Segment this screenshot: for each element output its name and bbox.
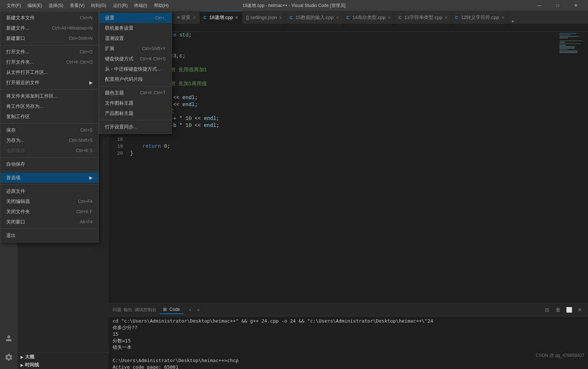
menu-new-window[interactable]: 新建窗口 Ctrl+Shift+N xyxy=(0,33,98,44)
code-line-3: using namespace std; xyxy=(130,32,559,39)
terminal-debug-label[interactable]: 调试控制台 xyxy=(135,307,157,313)
menu-autosave[interactable]: 自动保存 xyxy=(0,159,98,169)
menu-duplicate-workspace[interactable]: 复制工作区 xyxy=(0,112,98,122)
pref-file-icon[interactable]: 文件图标主题 xyxy=(99,98,172,108)
pref-online-services[interactable]: 联机服务设置 xyxy=(99,23,172,33)
tab-14[interactable]: C 14布尔类型.cpp × xyxy=(343,11,395,24)
terminal-code-tab[interactable]: ⊞ Code xyxy=(159,305,184,314)
titlebar: 文件(F) 编辑(E) 选择(S) 查看(V) 转到(G) 运行(R) 终端(I… xyxy=(0,0,588,11)
pref-migrate-keyboard[interactable]: 从 - 中迁移键盘快捷方式... xyxy=(99,64,172,74)
pref-color-theme[interactable]: 颜色主题 Ctrl+K Ctrl+T xyxy=(99,88,172,98)
tab-cpp-icon-15: C xyxy=(290,15,293,20)
activity-account-icon[interactable] xyxy=(0,330,18,347)
tab-close-icon-settings[interactable]: × xyxy=(193,15,196,20)
tab-15[interactable]: C 15数据的输入.cpp × xyxy=(286,11,343,24)
pref-product-icon[interactable]: 产品图标主题 xyxy=(99,108,172,118)
menu-close-folder[interactable]: 关闭文件夹 Ctrl+K F xyxy=(0,207,98,217)
code-line-19: return 0; xyxy=(130,143,559,150)
terminal-close-btn[interactable]: ✕ xyxy=(576,305,584,314)
code-line-8: //1.后置递增 先用值再加1 xyxy=(130,67,559,74)
tab-close-icon-13[interactable]: × xyxy=(445,15,448,20)
minimize-btn[interactable]: — xyxy=(531,0,548,11)
terminal-line-3: 15 xyxy=(113,331,584,338)
breadcrumb: C 18递增.cpp › ⊙ main() xyxy=(109,24,588,32)
menu-save[interactable]: 保存 Ctrl+S xyxy=(0,125,98,135)
tab-settings-json[interactable]: {} settings.json × xyxy=(242,11,286,24)
pref-telemetry[interactable]: 遥测设置 xyxy=(99,33,172,44)
terminal-tab-label: Code xyxy=(169,307,180,312)
close-btn[interactable]: ✕ xyxy=(568,0,584,11)
pref-keyboard[interactable]: 键盘快捷方式 Ctrl+K Ctrl+S xyxy=(99,54,172,64)
menu-add-folder[interactable]: 将文件夹添加到工作区... xyxy=(0,91,98,101)
menu-section-close: 还原文件 关闭编辑器 Ctrl+F4 关闭文件夹 Ctrl+K F 关闭窗口 A… xyxy=(0,185,98,229)
code-line-17 xyxy=(130,129,559,136)
code-line-4: int main() xyxy=(130,39,559,46)
timeline-arrow-icon: ▶ xyxy=(20,363,23,367)
menu-open-file[interactable]: 打开文件... Ctrl+O xyxy=(0,47,98,57)
terminal-split-btn[interactable]: ⊟ xyxy=(543,305,551,314)
tab-12[interactable]: C 12转义字符符.cpp × xyxy=(452,11,508,24)
pref-extensions[interactable]: 扩展 Ctrl+Shift+X xyxy=(99,44,172,54)
tab-close-icon-json[interactable]: × xyxy=(279,15,282,20)
folder-timeline[interactable]: ▶ 时间线 xyxy=(18,361,109,369)
code-line-5: { xyxy=(130,46,559,53)
tab-close-icon-18[interactable]: × xyxy=(235,15,238,20)
tab-label-15: 15数据的输入.cpp xyxy=(295,14,333,21)
terminal-add-btn[interactable]: ＋ xyxy=(188,307,192,313)
pref-snippets[interactable]: 配置用户代码片段 xyxy=(99,74,172,84)
menu-save-all: 全部保存 Ctrl+K S xyxy=(0,146,98,156)
menu-save-as[interactable]: 另存为... Ctrl+Shift+S xyxy=(0,135,98,146)
folder-dagai[interactable]: ▶ 大概 xyxy=(18,353,109,361)
activity-settings-icon[interactable] xyxy=(0,349,18,366)
menu-close-window[interactable]: 关闭窗口 Alt+F4 xyxy=(0,217,98,227)
terminal-maximize-btn[interactable]: ⬜ xyxy=(565,305,573,314)
tab-settings[interactable]: ≡ 设置 × xyxy=(173,11,200,24)
menu-open-recent[interactable]: 打开最近的文件 ▶ xyxy=(0,78,98,88)
terminal-chevron-btn[interactable]: ∨ xyxy=(197,307,200,312)
tab-13[interactable]: C 13字符串类型.cpp × xyxy=(395,11,452,24)
menu-select[interactable]: 选择(S) xyxy=(46,2,66,10)
menu-section-open: 打开文件... Ctrl+O 打开文件夹... Ctrl+K Ctrl+O 从文… xyxy=(0,45,98,90)
tab-close-icon-15[interactable]: × xyxy=(336,15,339,20)
menu-section-exit: 退出 xyxy=(0,229,98,242)
menu-run[interactable]: 运行(R) xyxy=(110,2,131,10)
tab-label-18: 18递增.cpp xyxy=(209,14,233,21)
terminal-line-6 xyxy=(113,351,584,357)
terminal-trash-btn[interactable]: 🗑 xyxy=(554,305,562,314)
tab-cpp-icon-12: C xyxy=(455,15,458,20)
menu-revert[interactable]: 还原文件 xyxy=(0,186,98,196)
code-line-15: cout << a++ * 10 << endl; xyxy=(130,115,559,122)
menu-preferences[interactable]: 首选项 ▶ xyxy=(0,173,98,183)
terminal-problems-label[interactable]: 问题 xyxy=(113,307,121,313)
maximize-btn[interactable]: □ xyxy=(549,0,566,11)
menu-exit[interactable]: 退出 xyxy=(0,230,98,241)
menu-save-workspace[interactable]: 将工作区另存为... xyxy=(0,101,98,112)
watermark: CSDN @ qq_476659407 xyxy=(536,353,584,358)
pref-settings[interactable]: 设置 Ctrl+, xyxy=(99,13,172,23)
menu-goto[interactable]: 转到(G) xyxy=(88,2,109,10)
tab-close-icon-14[interactable]: × xyxy=(388,15,391,20)
code-content[interactable]: using namespace std; int main() { int a=… xyxy=(127,32,559,303)
menu-edit[interactable]: 编辑(E) xyxy=(24,2,45,10)
menu-terminal[interactable]: 终端(I) xyxy=(131,2,150,10)
menu-help[interactable]: 帮助(H) xyxy=(151,2,172,10)
tab-close-icon-12[interactable]: × xyxy=(501,15,504,20)
menu-new-file[interactable]: 新建文件... Ctrl+Alt+Windows+N xyxy=(0,23,98,33)
pref-sync[interactable]: 打开设置同步... xyxy=(99,122,172,132)
tab-18[interactable]: C 18递增.cpp × xyxy=(200,11,242,24)
terminal: 问题 输出 调试控制台 ⊞ Code ＋ ∨ ⊟ 🗑 ⬜ ✕ cd "c xyxy=(109,303,588,369)
menu-view[interactable]: 查看(V) xyxy=(67,2,87,10)
menu-close-editor[interactable]: 关闭编辑器 Ctrl+F4 xyxy=(0,196,98,207)
menu-new-text-file[interactable]: 新建文本文件 Ctrl+N xyxy=(0,13,98,23)
window-title: 18递增.cpp - heimac++ - Visual Studio Code… xyxy=(242,3,346,9)
tab-label-14: 14布尔类型.cpp xyxy=(352,14,385,21)
tab-cpp-icon-18: C xyxy=(203,15,206,20)
menu-open-folder[interactable]: 打开文件夹... Ctrl+K Ctrl+O xyxy=(0,57,98,67)
terminal-body[interactable]: cd "c:\Users\Administrator\Desktop\heima… xyxy=(109,316,588,369)
terminal-output-label[interactable]: 输出 xyxy=(124,307,132,313)
menu-open-workspace[interactable]: 从文件打开工作区... xyxy=(0,67,98,78)
terminal-line-4: 分数=15 xyxy=(113,338,584,344)
tabs-overflow-btn[interactable]: ▸ xyxy=(510,18,517,24)
menu-file[interactable]: 文件(F) xyxy=(4,2,24,10)
editor-area: 算符.cpp × C 24.cpp × ≡ 设置 × C 18递增.cpp × … xyxy=(109,11,588,369)
